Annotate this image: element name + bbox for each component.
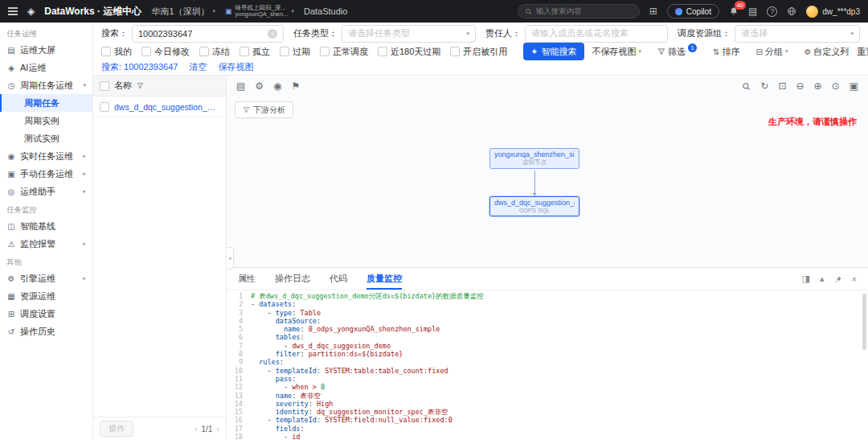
- detail-tab[interactable]: 操作日志: [275, 268, 310, 290]
- dag-settings-icon[interactable]: ⚙: [255, 80, 264, 92]
- help-icon[interactable]: ?: [767, 6, 777, 17]
- filter-checkbox[interactable]: 今日修改: [141, 46, 190, 58]
- user-menu[interactable]: dw_***dp3: [806, 6, 860, 18]
- dag-search-icon[interactable]: [742, 82, 751, 91]
- table-row[interactable]: dws_d_dqc_suggestion_demo.sql: [93, 97, 226, 117]
- checkbox-label: 冻结: [212, 46, 230, 58]
- zoom-in-icon[interactable]: ⊕: [814, 80, 822, 92]
- funnel-icon: [243, 106, 250, 113]
- filter-button[interactable]: 筛选 1: [657, 46, 697, 58]
- close-icon[interactable]: ×: [852, 274, 857, 284]
- frame-select-icon[interactable]: ⊡: [778, 80, 786, 92]
- view-selector[interactable]: 不保存视图 ▾: [592, 46, 642, 58]
- smart-search-button[interactable]: ✦ 智能搜索: [523, 43, 583, 60]
- reset-button[interactable]: 重置: [857, 46, 868, 58]
- nav-datastudio[interactable]: DataStudio: [304, 6, 347, 16]
- fullscreen-icon[interactable]: ▣: [850, 80, 858, 92]
- notifications-icon[interactable]: 40: [729, 6, 739, 16]
- sidebar-item[interactable]: ↺ 操作历史: [0, 323, 92, 340]
- copilot-icon: [675, 8, 682, 15]
- task-type-select[interactable]: 请选择任务类型 ▾: [342, 25, 476, 43]
- copilot-button[interactable]: Copilot: [667, 4, 719, 19]
- filter-checkbox[interactable]: 孤立: [240, 46, 270, 58]
- detail-tab[interactable]: 属性: [238, 268, 256, 290]
- view-list-icon[interactable]: ▤: [236, 80, 245, 92]
- panel-layout-icon[interactable]: ◨: [802, 273, 810, 284]
- row-checkbox[interactable]: [100, 102, 109, 112]
- filter-checkbox[interactable]: 过期: [280, 46, 310, 58]
- downstream-analysis-button[interactable]: 下游分析: [235, 101, 293, 118]
- prev-page-icon[interactable]: ‹: [194, 424, 198, 434]
- next-page-icon[interactable]: ›: [216, 424, 219, 434]
- sidebar-item[interactable]: ◉ 实时任务运维 ▸: [0, 147, 92, 165]
- sidebar-item[interactable]: ▤ 运维大屏: [0, 41, 92, 59]
- region-selector[interactable]: 华南1（深圳） ▾: [151, 6, 215, 18]
- column-filter-icon[interactable]: [137, 82, 144, 89]
- detail-tab[interactable]: 代码: [330, 268, 347, 290]
- sidebar-item-label: 测试实例: [24, 133, 86, 145]
- global-search-input[interactable]: 输入搜索内容: [518, 4, 640, 19]
- sidebar-item[interactable]: ◫ 智能基线: [0, 217, 92, 235]
- task-type-placeholder: 请选择任务类型: [348, 27, 462, 39]
- collapse-panel-handle[interactable]: ◂: [227, 247, 234, 269]
- custom-columns-button[interactable]: ⚙ 自定义列: [804, 46, 849, 58]
- filter-bar: 搜索： 10002393647 × 任务类型： 请选择任务类型 ▾: [93, 23, 868, 76]
- resource-group-select[interactable]: 请选择 ▾: [735, 25, 860, 43]
- docs-icon[interactable]: ▤: [748, 6, 757, 17]
- scrollbar[interactable]: [862, 294, 866, 350]
- group-button[interactable]: ⊟ 分组 ▾: [755, 46, 788, 58]
- clear-filters-link[interactable]: 清空: [189, 61, 207, 73]
- sidebar: 任务运维 ▤ 运维大屏 ◈ AI运维 ◷ 周期任务运维: [0, 23, 93, 440]
- sidebar-item[interactable]: ⚙ 引擎运维 ▸: [0, 269, 92, 287]
- sidebar-item[interactable]: ▦ 资源运维: [0, 287, 92, 305]
- sidebar-item[interactable]: ⊞ 调度设置: [0, 305, 92, 323]
- owner-input[interactable]: 请输入成员名或花名搜索: [525, 25, 668, 43]
- filter-checkbox[interactable]: 近180天过期: [378, 46, 440, 58]
- collapse-panel-icon[interactable]: ▴: [820, 273, 825, 284]
- filter-checkbox[interactable]: 我的: [101, 46, 132, 58]
- workspace-selector[interactable]: ▣ 味寻线上回归_深... yongxunQA_shen... ▾: [225, 5, 294, 19]
- sidebar-item[interactable]: 周期任务: [0, 94, 92, 112]
- filter-checkbox[interactable]: 开启被引用: [450, 46, 507, 58]
- detail-tab[interactable]: 质量监控: [366, 268, 402, 290]
- save-view-link[interactable]: 保存视图: [218, 61, 253, 73]
- chevron-icon: ▸: [83, 188, 86, 195]
- apps-icon[interactable]: ⊞: [649, 6, 657, 17]
- fit-view-icon[interactable]: ⊙: [832, 80, 840, 92]
- code-editor[interactable]: 1# 表dws_d_dqc_suggestion_demo分区ds=${bizd…: [227, 292, 868, 440]
- sidebar-item[interactable]: ◷ 周期任务运维 ▾: [0, 76, 92, 94]
- pin-icon[interactable]: [834, 275, 842, 283]
- search-input[interactable]: 10002393647 ×: [132, 25, 284, 43]
- dag-refresh-icon[interactable]: ↻: [760, 80, 768, 92]
- sidebar-item-label: 运维大屏: [20, 44, 86, 56]
- sidebar-item[interactable]: ◎ 运维助手 ▸: [0, 183, 92, 200]
- sidebar-item[interactable]: 周期实例: [0, 112, 92, 130]
- resource-group-placeholder: 请选择: [741, 27, 846, 39]
- quick-filters: 我的 今日修改 冻结: [101, 46, 507, 58]
- owner-view-icon[interactable]: ◉: [273, 80, 281, 92]
- batch-action-button[interactable]: 操作: [100, 421, 133, 437]
- filter-checkbox[interactable]: 正常调度: [320, 46, 368, 58]
- task-name-link[interactable]: dws_d_dqc_suggestion_demo.sql: [114, 102, 219, 112]
- username: dw_***dp3: [822, 7, 860, 16]
- flag-icon[interactable]: ⚑: [292, 80, 301, 92]
- sort-button[interactable]: ⇅ 排序: [713, 46, 739, 58]
- select-all-checkbox[interactable]: [100, 81, 109, 91]
- sidebar-item[interactable]: 测试实例: [0, 130, 92, 147]
- sidebar-item-label: 智能基线: [20, 220, 86, 232]
- dag-node-upstream[interactable]: yongxunqa_shenzhen_simple... 虚拟节点: [489, 148, 579, 169]
- language-icon[interactable]: [787, 6, 796, 16]
- filter-count-badge: 1: [688, 43, 697, 52]
- sidebar-item[interactable]: ⚠ 监控报警 ▸: [0, 235, 92, 253]
- avatar: [806, 6, 818, 18]
- filter-checkbox[interactable]: 冻结: [199, 46, 230, 58]
- dag-node-selected[interactable]: dws_d_dqc_suggestion_demo... ODPS SQL: [489, 196, 579, 216]
- sidebar-item[interactable]: ▣ 手动任务运维 ▸: [0, 165, 92, 183]
- zoom-out-icon[interactable]: ⊖: [796, 80, 804, 92]
- checkbox-icon: [378, 47, 387, 56]
- clear-input-icon[interactable]: ×: [268, 29, 277, 39]
- sidebar-item-icon: ▣: [6, 170, 16, 179]
- sidebar-item[interactable]: ◈ AI运维: [0, 59, 92, 76]
- production-warning: 生产环境，请谨慎操作: [768, 116, 857, 128]
- menu-icon[interactable]: [8, 6, 18, 18]
